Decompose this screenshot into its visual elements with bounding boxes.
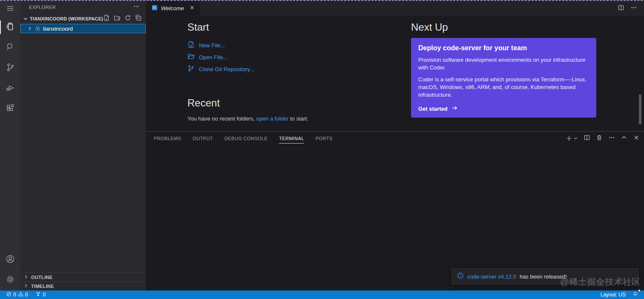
- keyboard-layout-item[interactable]: Layout: US: [599, 290, 627, 299]
- workspace-actions: [103, 14, 142, 23]
- run-debug-icon: [5, 83, 15, 95]
- sidebar-item-explorer[interactable]: [0, 17, 20, 37]
- close-icon: [633, 134, 640, 143]
- menu-button[interactable]: [0, 2, 20, 17]
- welcome-right-column: Next Up Deploy code-server for your team…: [411, 21, 596, 118]
- recent-empty-text: You have no recent folders, open a folde…: [187, 115, 392, 122]
- panel-header: PROBLEMS OUTPUT DEBUG CONSOLE TERMINAL P…: [146, 132, 644, 145]
- files-icon: [5, 21, 15, 33]
- bell-badge-dot: [638, 290, 640, 291]
- refresh-button[interactable]: [124, 14, 131, 23]
- new-file-link[interactable]: New File...: [187, 39, 392, 51]
- split-editor-button[interactable]: [618, 4, 624, 13]
- new-file-icon: [187, 41, 195, 50]
- workspace-section-header[interactable]: TIANXINCOORD (WORKSPACE): [20, 14, 146, 24]
- account-button[interactable]: [0, 250, 20, 270]
- error-icon: [6, 291, 12, 299]
- timeline-section-header[interactable]: TIMELINE: [20, 282, 146, 290]
- new-terminal-button[interactable]: [566, 135, 578, 142]
- coder-promo-card[interactable]: Deploy code-server for your team Provisi…: [411, 38, 596, 118]
- tab-close-button[interactable]: [189, 4, 196, 13]
- ports-status-item[interactable]: 0: [34, 290, 47, 299]
- tab-welcome[interactable]: Welcome: [146, 1, 200, 16]
- welcome-left-column: Start New File... Open File... Clone: [187, 21, 392, 122]
- chevron-right-icon: [23, 283, 29, 290]
- status-bar-right: Layout: US: [599, 290, 640, 299]
- editor-region: Welcome Start New File...: [146, 1, 644, 290]
- open-folder-icon: [187, 53, 195, 62]
- next-up-heading: Next Up: [411, 21, 596, 33]
- clone-git-repository-link[interactable]: Clone Git Repository...: [187, 63, 392, 75]
- tab-terminal[interactable]: TERMINAL: [279, 133, 304, 144]
- open-file-link[interactable]: Open File...: [187, 51, 392, 63]
- card-title: Deploy code-server for your team: [418, 44, 589, 52]
- sidebar-item-source-control[interactable]: [0, 58, 20, 78]
- open-a-folder-link[interactable]: open a folder: [256, 115, 288, 122]
- ports-count: 0: [43, 292, 46, 298]
- bottom-panel: PROBLEMS OUTPUT DEBUG CONSOLE TERMINAL P…: [146, 131, 644, 290]
- split-terminal-button[interactable]: [584, 134, 590, 143]
- ellipsis-icon: [608, 134, 615, 143]
- card-paragraph-2: Coder is a self-service portal which pro…: [418, 76, 589, 99]
- workspace-label: TIANXINCOORD (WORKSPACE): [30, 16, 103, 21]
- tab-welcome-label: Welcome: [161, 5, 184, 12]
- gear-icon: [5, 274, 15, 286]
- info-icon: [457, 272, 464, 281]
- notification-toast[interactable]: code-server v4.12.0 has been released!: [451, 268, 639, 285]
- refresh-icon: [124, 14, 131, 23]
- tab-problems[interactable]: PROBLEMS: [154, 133, 181, 144]
- problems-status-item[interactable]: 0 0: [4, 290, 29, 299]
- panel-more-actions-button[interactable]: [608, 134, 615, 143]
- plus-icon: [566, 135, 572, 142]
- editor-more-actions-button[interactable]: [630, 4, 637, 13]
- git-branch-icon: [187, 65, 195, 74]
- editor-actions: [611, 1, 644, 16]
- recent-empty-suffix: to start.: [290, 115, 308, 122]
- release-link[interactable]: code-server v4.12.0: [467, 273, 516, 280]
- sidebar-header: EXPLORER: [20, 1, 146, 14]
- ellipsis-icon: [133, 3, 140, 12]
- chevron-down-icon[interactable]: [573, 136, 578, 141]
- collapse-all-button[interactable]: [135, 14, 142, 23]
- explorer-sidebar: EXPLORER TIANXINCOORD (WORKSPACE) tian: [20, 1, 146, 290]
- new-folder-button[interactable]: [114, 14, 121, 23]
- recent-empty-prefix: You have no recent folders,: [187, 115, 255, 122]
- sidebar-item-run-debug[interactable]: [0, 78, 20, 99]
- editor-tab-bar: Welcome: [146, 1, 644, 16]
- card-paragraph-1: Provision software development environme…: [418, 56, 589, 72]
- search-icon: [5, 42, 15, 54]
- tab-ports[interactable]: PORTS: [316, 133, 333, 144]
- chevron-right-icon: [23, 274, 29, 281]
- release-message: has been released!: [520, 273, 567, 280]
- split-editor-icon: [618, 4, 624, 13]
- split-terminal-icon: [584, 134, 590, 143]
- hamburger-icon: [6, 5, 14, 14]
- new-folder-icon: [114, 14, 121, 23]
- editor-scrollbar-thumb[interactable]: [639, 95, 641, 124]
- trash-icon: [596, 134, 603, 143]
- panel-tabs: PROBLEMS OUTPUT DEBUG CONSOLE TERMINAL P…: [154, 133, 333, 144]
- tab-debug-console[interactable]: DEBUG CONSOLE: [224, 133, 267, 144]
- arrow-right-icon: [451, 105, 458, 112]
- open-file-link-label: Open File...: [199, 54, 227, 60]
- warning-icon: [18, 291, 23, 299]
- settings-button[interactable]: [0, 270, 20, 290]
- source-control-icon: [5, 62, 15, 74]
- sidebar-more-actions-button[interactable]: [133, 3, 140, 12]
- notifications-bell-button[interactable]: [631, 290, 640, 299]
- recent-section: Recent You have no recent folders, open …: [187, 97, 392, 122]
- outline-section-header[interactable]: OUTLINE: [20, 273, 146, 282]
- ellipsis-icon: [630, 4, 637, 13]
- panel-actions: [566, 134, 640, 143]
- welcome-page-icon: [151, 4, 158, 13]
- close-panel-button[interactable]: [633, 134, 640, 143]
- new-file-button[interactable]: [103, 14, 110, 23]
- tab-output[interactable]: OUTPUT: [193, 133, 213, 144]
- maximize-panel-button[interactable]: [621, 134, 627, 143]
- kill-terminal-button[interactable]: [596, 134, 603, 143]
- tree-item-tianxincoord[interactable]: tianxincoord: [20, 24, 146, 33]
- sidebar-item-search[interactable]: [0, 37, 20, 58]
- sidebar-title: EXPLORER: [29, 5, 56, 10]
- sidebar-item-extensions[interactable]: [0, 99, 20, 119]
- get-started-link[interactable]: Get started: [418, 105, 589, 112]
